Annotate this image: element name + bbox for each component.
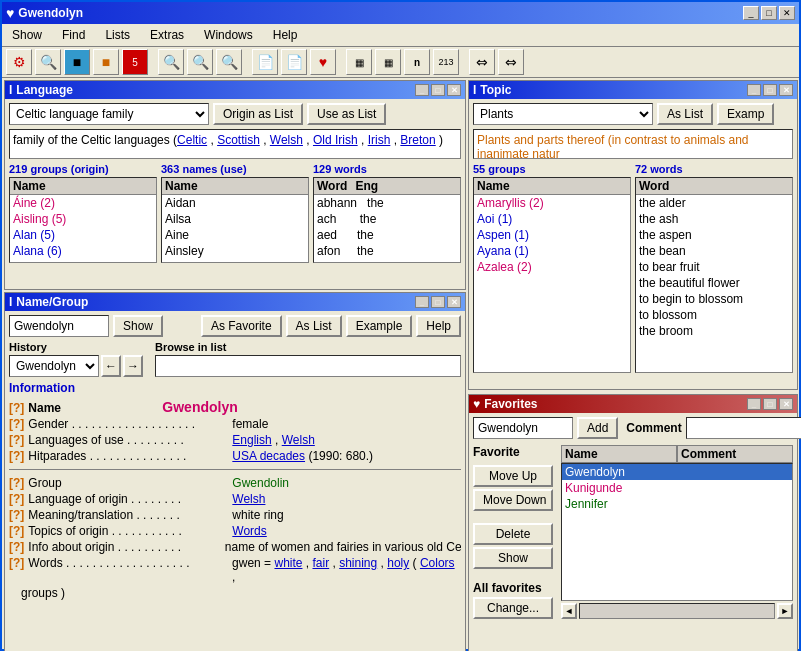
word-item-afon[interactable]: afon the [314, 243, 460, 259]
topic-maximize[interactable]: □ [763, 84, 777, 96]
topic-group-amaryllis[interactable]: Amaryllis (2) [474, 195, 630, 211]
language-words-list[interactable]: Word Eng abhann the ach the aed the afon… [313, 177, 461, 263]
name-minimize[interactable]: _ [415, 296, 429, 308]
lang-origin-value[interactable]: Welsh [232, 492, 265, 506]
fav-scroll-left[interactable]: ◄ [561, 603, 577, 619]
toolbar-btn-5[interactable]: 5 [122, 49, 148, 75]
link-holy[interactable]: holy [387, 556, 409, 570]
fav-item-kunigunde[interactable]: Kunigunde [562, 480, 792, 496]
topic-word-blossom[interactable]: to blossom [636, 307, 792, 323]
q-hit[interactable]: [?] [9, 449, 24, 463]
link-colors[interactable]: Colors [420, 556, 455, 570]
toolbar-btn-heart[interactable]: ♥ [310, 49, 336, 75]
name-input[interactable]: Gwendolyn [9, 315, 109, 337]
toolbar-btn-grid1[interactable]: ▦ [346, 49, 372, 75]
q-info-origin[interactable]: [?] [9, 540, 24, 554]
browse-input[interactable] [155, 355, 461, 377]
toolbar-btn-3[interactable]: ■ [64, 49, 90, 75]
name-item-aidan[interactable]: Aidan [162, 195, 308, 211]
menu-lists[interactable]: Lists [99, 26, 136, 44]
topic-word-aspen[interactable]: the aspen [636, 227, 792, 243]
topic-as-list-button[interactable]: As List [657, 103, 713, 125]
topic-group-aoi[interactable]: Aoi (1) [474, 211, 630, 227]
link-english[interactable]: English [232, 433, 271, 447]
language-groups-list[interactable]: Name Áine (2) Aisling (5) Alan (5) Alana… [9, 177, 157, 263]
q-name[interactable]: [?] [9, 401, 24, 415]
link-breton[interactable]: Breton [400, 133, 435, 147]
name-maximize[interactable]: □ [431, 296, 445, 308]
topic-example-button[interactable]: Examp [717, 103, 774, 125]
toolbar-btn-search1[interactable]: 🔍 [158, 49, 184, 75]
topic-close[interactable]: ✕ [779, 84, 793, 96]
toolbar-btn-search2[interactable]: 🔍 [187, 49, 213, 75]
link-white[interactable]: white [274, 556, 302, 570]
link-irish[interactable]: Irish [368, 133, 391, 147]
q-topics[interactable]: [?] [9, 524, 24, 538]
language-close[interactable]: ✕ [447, 84, 461, 96]
fav-item-jennifer[interactable]: Jennifer [562, 496, 792, 512]
topic-word-broom[interactable]: the broom [636, 323, 792, 339]
link-oldirish[interactable]: Old Irish [313, 133, 358, 147]
close-button[interactable]: ✕ [779, 6, 795, 20]
topic-group-ayana[interactable]: Ayana (1) [474, 243, 630, 259]
favorites-close[interactable]: ✕ [779, 398, 793, 410]
group-value[interactable]: Gwendolin [232, 476, 289, 490]
fav-item-gwendolyn[interactable]: Gwendolyn [562, 464, 792, 480]
link-shining[interactable]: shining [339, 556, 377, 570]
move-down-button[interactable]: Move Down [473, 489, 553, 511]
favorites-add-button[interactable]: Add [577, 417, 618, 439]
as-list-button[interactable]: As List [286, 315, 342, 337]
topic-word-alder[interactable]: the alder [636, 195, 792, 211]
show-fav-button[interactable]: Show [473, 547, 553, 569]
toolbar-btn-arrows2[interactable]: ⇔ [498, 49, 524, 75]
menu-show[interactable]: Show [6, 26, 48, 44]
word-item-abhann[interactable]: abhann the [314, 195, 460, 211]
topic-word-ash[interactable]: the ash [636, 211, 792, 227]
favorites-list[interactable]: Gwendolyn Kunigunde Jennifer [561, 463, 793, 601]
name-item-aine[interactable]: Aine [162, 227, 308, 243]
history-back[interactable]: ← [101, 355, 121, 377]
language-names-list[interactable]: Name Aidan Ailsa Aine Ainsley [161, 177, 309, 263]
topics-value[interactable]: Words [232, 524, 266, 538]
as-favorite-button[interactable]: As Favorite [201, 315, 282, 337]
link-usa-decades[interactable]: USA decades [232, 449, 305, 463]
favorites-minimize[interactable]: _ [747, 398, 761, 410]
show-button[interactable]: Show [113, 315, 163, 337]
topic-word-beautiful-flower[interactable]: the beautiful flower [636, 275, 792, 291]
origin-as-list-button[interactable]: Origin as List [213, 103, 303, 125]
toolbar-btn-num[interactable]: 213 [433, 49, 459, 75]
language-maximize[interactable]: □ [431, 84, 445, 96]
fav-scroll-right[interactable]: ► [777, 603, 793, 619]
favorites-maximize[interactable]: □ [763, 398, 777, 410]
group-item-aisling[interactable]: Aisling (5) [10, 211, 156, 227]
link-celtic[interactable]: Celtic [177, 133, 207, 147]
menu-extras[interactable]: Extras [144, 26, 190, 44]
toolbar-btn-doc1[interactable]: 📄 [252, 49, 278, 75]
toolbar-btn-2[interactable]: 🔍 [35, 49, 61, 75]
link-fair[interactable]: fair [313, 556, 330, 570]
toolbar-btn-search3[interactable]: 🔍 [216, 49, 242, 75]
toolbar-btn-4[interactable]: ■ [93, 49, 119, 75]
toolbar-btn-arrows[interactable]: ⇔ [469, 49, 495, 75]
menu-windows[interactable]: Windows [198, 26, 259, 44]
group-item-alan[interactable]: Alan (5) [10, 227, 156, 243]
use-as-list-button[interactable]: Use as List [307, 103, 386, 125]
toolbar-btn-doc2[interactable]: 📄 [281, 49, 307, 75]
link-scottish[interactable]: Scottish [217, 133, 260, 147]
q-lang-origin[interactable]: [?] [9, 492, 24, 506]
language-minimize[interactable]: _ [415, 84, 429, 96]
history-forward[interactable]: → [123, 355, 143, 377]
topic-group-azalea[interactable]: Azalea (2) [474, 259, 630, 275]
name-item-ailsa[interactable]: Ailsa [162, 211, 308, 227]
minimize-button[interactable]: _ [743, 6, 759, 20]
q-lang[interactable]: [?] [9, 433, 24, 447]
language-dropdown[interactable]: Celtic language family [9, 103, 209, 125]
menu-help[interactable]: Help [267, 26, 304, 44]
toolbar-btn-grid2[interactable]: ▦ [375, 49, 401, 75]
q-words[interactable]: [?] [9, 556, 24, 570]
link-welsh-name[interactable]: Welsh [282, 433, 315, 447]
comment-input[interactable] [686, 417, 801, 439]
maximize-button[interactable]: □ [761, 6, 777, 20]
topic-word-bear-fruit[interactable]: to bear fruit [636, 259, 792, 275]
link-welsh[interactable]: Welsh [270, 133, 303, 147]
